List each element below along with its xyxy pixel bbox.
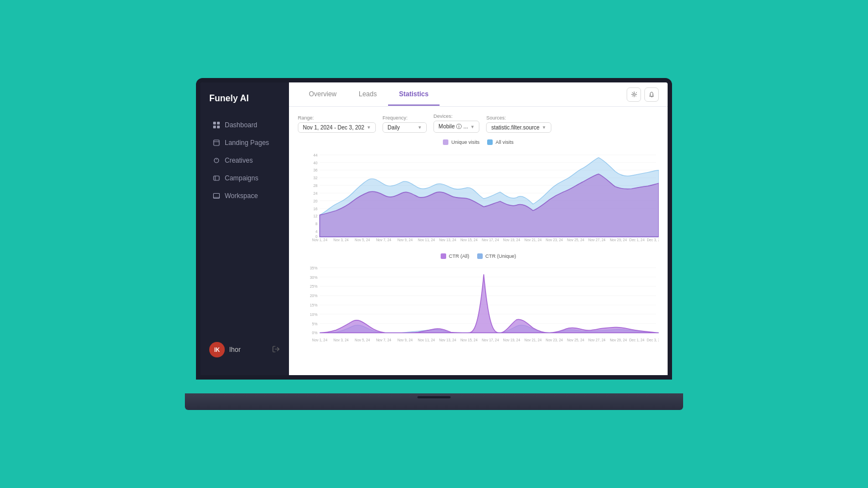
- sidebar-item-creatives[interactable]: Creatives: [204, 152, 286, 169]
- ctr-chart-svg: 35% 30% 25% 20% 15% 10% 5% 0% Nov 1,: [298, 263, 659, 348]
- svg-text:Nov 9, 24: Nov 9, 24: [397, 338, 413, 342]
- sidebar-item-landing-pages[interactable]: Landing Pages: [204, 134, 286, 151]
- svg-text:Nov 3, 24: Nov 3, 24: [333, 238, 349, 242]
- notifications-button[interactable]: [644, 87, 659, 102]
- svg-text:Nov 5, 24: Nov 5, 24: [355, 238, 370, 242]
- svg-text:8: 8: [316, 222, 318, 226]
- svg-text:Nov 1, 24: Nov 1, 24: [312, 238, 328, 242]
- chart-area: Range: Nov 1, 2024 - Dec 3, 202 ▼ Freque…: [289, 107, 668, 375]
- svg-text:Nov 29, 24: Nov 29, 24: [609, 338, 627, 342]
- svg-text:40: 40: [313, 161, 318, 165]
- ctr-unique-legend: CTR (Unique): [477, 253, 516, 259]
- svg-text:Nov 29, 24: Nov 29, 24: [609, 238, 627, 242]
- svg-text:30%: 30%: [310, 276, 318, 279]
- sidebar-footer: IK Ihor: [200, 335, 289, 364]
- unique-visits-legend: Unique visits: [443, 139, 479, 145]
- tabs: Overview Leads Statistics: [298, 84, 440, 106]
- ctr-all-label: CTR (All): [449, 253, 469, 259]
- svg-rect-0: [213, 122, 216, 124]
- unique-visits-dot: [443, 139, 448, 145]
- ctr-chart-legend: CTR (All) CTR (Unique): [298, 253, 659, 259]
- svg-text:Nov 9, 24: Nov 9, 24: [397, 238, 413, 242]
- filter-range: Range: Nov 1, 2024 - Dec 3, 202 ▼: [298, 115, 376, 133]
- svg-rect-1: [217, 122, 220, 124]
- settings-button[interactable]: [627, 87, 641, 102]
- visits-chart-container: Unique visits All visits: [298, 139, 659, 245]
- chevron-icon: ▼: [470, 124, 474, 129]
- laptop-base: [185, 393, 683, 410]
- svg-text:44: 44: [313, 153, 318, 157]
- svg-text:Nov 19, 24: Nov 19, 24: [503, 238, 520, 242]
- svg-text:Nov 27, 24: Nov 27, 24: [588, 338, 606, 342]
- ctr-unique-label: CTR (Unique): [485, 253, 516, 259]
- svg-text:15%: 15%: [310, 303, 318, 307]
- sidebar-item-label: Workspace: [225, 192, 258, 200]
- unique-visits-label: Unique visits: [451, 139, 479, 145]
- laptop-screen: Funely AI Dashboard: [196, 78, 672, 380]
- svg-text:Dec 1, 24: Dec 1, 24: [629, 338, 645, 342]
- svg-text:28: 28: [313, 184, 318, 188]
- filter-devices: Devices: Mobile ⓘ ... ▼: [433, 113, 479, 133]
- range-select[interactable]: Nov 1, 2024 - Dec 3, 202 ▼: [298, 122, 376, 133]
- sidebar-item-label: Creatives: [225, 157, 253, 164]
- workspace-icon: [213, 192, 220, 200]
- main-content: Overview Leads Statistics: [289, 82, 668, 375]
- svg-text:Nov 17, 24: Nov 17, 24: [482, 238, 499, 242]
- user-name: Ihor: [229, 346, 272, 354]
- sidebar: Funely AI Dashboard: [200, 82, 289, 375]
- header-icons: [627, 87, 659, 102]
- sidebar-item-workspace[interactable]: Workspace: [204, 188, 286, 204]
- sidebar-item-campaigns[interactable]: Campaigns: [204, 170, 286, 186]
- frequency-label: Frequency:: [383, 115, 427, 121]
- svg-text:35%: 35%: [310, 266, 318, 270]
- logout-icon[interactable]: [272, 345, 280, 355]
- ctr-all-legend: CTR (All): [441, 253, 469, 259]
- visits-chart-legend: Unique visits All visits: [298, 139, 659, 145]
- sidebar-item-label: Landing Pages: [225, 139, 269, 147]
- svg-text:Nov 13, 24: Nov 13, 24: [439, 338, 456, 342]
- svg-text:10%: 10%: [310, 313, 318, 316]
- tab-statistics[interactable]: Statistics: [388, 84, 440, 106]
- svg-text:Nov 15, 24: Nov 15, 24: [461, 338, 478, 342]
- svg-text:Nov 23, 24: Nov 23, 24: [546, 238, 563, 242]
- svg-text:Nov 19, 24: Nov 19, 24: [503, 338, 520, 342]
- svg-text:Nov 27, 24: Nov 27, 24: [588, 238, 606, 242]
- filter-sources: Sources: statistic.filter.source ▼: [486, 115, 551, 133]
- filters-row: Range: Nov 1, 2024 - Dec 3, 202 ▼ Freque…: [298, 113, 659, 133]
- svg-text:Nov 21, 24: Nov 21, 24: [524, 338, 541, 342]
- svg-text:Nov 11, 24: Nov 11, 24: [418, 238, 435, 242]
- svg-text:36: 36: [313, 169, 318, 173]
- svg-text:Nov 7, 24: Nov 7, 24: [376, 238, 391, 242]
- all-visits-label: All visits: [495, 139, 514, 145]
- avatar: IK: [209, 342, 225, 357]
- tab-overview[interactable]: Overview: [298, 84, 348, 106]
- chevron-icon: ▼: [366, 125, 371, 130]
- svg-text:Dec 1, 24: Dec 1, 24: [629, 238, 645, 242]
- svg-text:Nov 11, 24: Nov 11, 24: [418, 338, 435, 342]
- svg-rect-3: [217, 126, 220, 128]
- svg-text:12: 12: [313, 214, 318, 218]
- svg-text:Nov 25, 24: Nov 25, 24: [567, 238, 584, 242]
- frequency-select[interactable]: Daily ▼: [383, 122, 427, 133]
- campaigns-icon: [213, 174, 220, 182]
- svg-text:24: 24: [313, 191, 318, 195]
- svg-text:Nov 13, 24: Nov 13, 24: [439, 238, 456, 242]
- visits-chart-svg: 44 40 36 32 28 24 20 16 12 8 4 0: [298, 149, 659, 242]
- sources-label: Sources:: [486, 115, 551, 121]
- laptop-frame: Funely AI Dashboard: [185, 78, 683, 410]
- svg-text:32: 32: [313, 176, 318, 180]
- tab-leads[interactable]: Leads: [348, 84, 388, 106]
- svg-text:16: 16: [313, 207, 318, 211]
- svg-text:0%: 0%: [312, 331, 318, 335]
- sidebar-nav: Dashboard Landing Pages: [200, 117, 289, 335]
- sources-select[interactable]: statistic.filter.source ▼: [486, 122, 551, 133]
- svg-text:Nov 17, 24: Nov 17, 24: [482, 338, 499, 342]
- devices-select[interactable]: Mobile ⓘ ... ▼: [433, 121, 479, 133]
- ctr-all-dot: [441, 253, 446, 259]
- app-logo: Funely AI: [200, 94, 289, 117]
- filter-frequency: Frequency: Daily ▼: [383, 115, 427, 133]
- sidebar-item-dashboard[interactable]: Dashboard: [204, 117, 286, 133]
- creatives-icon: [213, 157, 220, 164]
- ctr-unique-dot: [477, 253, 483, 259]
- dashboard-icon: [213, 121, 220, 129]
